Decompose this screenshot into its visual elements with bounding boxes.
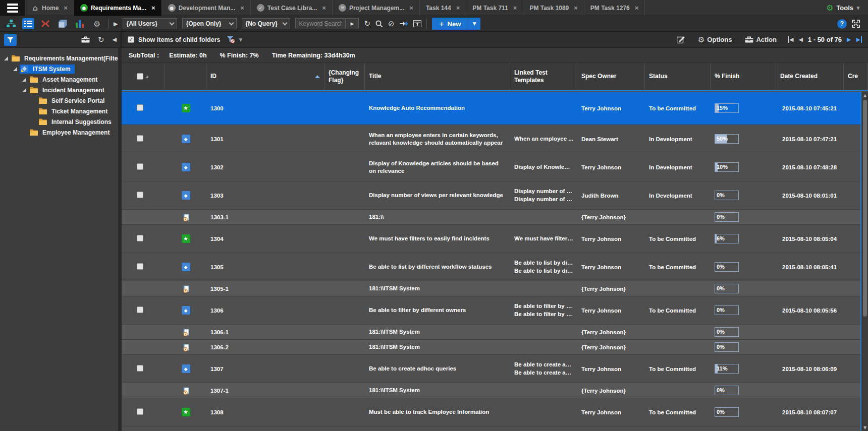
show-children-checkbox[interactable]: ✓ — [128, 36, 134, 43]
tab-test-case-libra[interactable]: ✓ Test Case Libra... × — [251, 0, 333, 16]
hamburger-menu-icon[interactable] — [0, 0, 25, 16]
tree-item-ticket-management[interactable]: Ticket Management — [0, 106, 118, 116]
next-page-button[interactable]: ▶ — [847, 36, 851, 43]
table-row[interactable]: 1303-1 181:\\ {Terry Johnson} 0% — [122, 210, 860, 225]
tab-close-icon[interactable]: × — [240, 4, 244, 12]
row-checkbox[interactable] — [137, 408, 143, 415]
action-button[interactable]: Action — [745, 36, 776, 43]
table-row[interactable]: ◆ 1306 Be able to filter by different ow… — [122, 296, 860, 325]
saved-filter-icon[interactable] — [227, 36, 235, 43]
traceability-view-icon[interactable] — [39, 18, 51, 29]
percent-finish-column-header[interactable]: % Finish — [711, 63, 776, 90]
percent-finish-field[interactable]: 0% — [715, 284, 739, 293]
tab-pm-task-711[interactable]: PM Task 711 × — [466, 0, 523, 16]
tab-requirements-ma[interactable]: ● Requirements Ma... × — [74, 0, 162, 16]
select-all-checkbox[interactable] — [137, 73, 143, 80]
row-checkbox[interactable] — [137, 263, 143, 270]
percent-finish-field[interactable]: 0% — [715, 327, 739, 337]
percent-finish-field[interactable]: 0% — [715, 212, 739, 222]
table-row[interactable]: ◆ 1307 Be able to create adhoc queries B… — [122, 355, 860, 383]
tree-item-internal-suggestions[interactable]: Internal Suggestions — [0, 116, 118, 127]
first-page-button[interactable]: ◀ — [788, 36, 793, 43]
tree-expander-icon[interactable] — [13, 67, 17, 71]
select-all-header[interactable] — [122, 63, 165, 90]
tree-refresh-icon[interactable]: ↻ — [98, 35, 104, 44]
query-filter-dropdown[interactable]: {No Query} — [242, 18, 290, 29]
apply-filter-icon[interactable] — [400, 21, 408, 27]
row-checkbox[interactable] — [137, 163, 143, 170]
tree-item-self-service-portal[interactable]: Self Service Portal — [0, 95, 118, 106]
tree-expander-icon[interactable] — [22, 88, 26, 92]
percent-finish-field[interactable]: 10% — [715, 162, 739, 172]
tree-item-requirements-management-filtered[interactable]: Requirements Management(Filtered) — [0, 53, 118, 64]
tab-development-man[interactable]: ● Development Man... × — [162, 0, 251, 16]
percent-finish-field[interactable]: 50% — [715, 134, 739, 144]
row-checkbox[interactable] — [137, 306, 143, 313]
created-by-column-header[interactable]: Cre — [844, 63, 868, 90]
cancel-filter-icon[interactable]: ⊘ — [388, 19, 395, 28]
new-dropdown-caret-icon[interactable]: ▼ — [468, 18, 480, 30]
table-row[interactable]: ◆ 1305 Be able to list by different work… — [122, 253, 860, 281]
linked-test-templates-column-header[interactable]: Linked Test Templates — [510, 63, 577, 90]
list-view-icon[interactable] — [22, 18, 34, 29]
tab-close-icon[interactable]: × — [151, 4, 155, 12]
percent-finish-field[interactable]: 0% — [715, 342, 739, 352]
view-settings-gear-icon[interactable]: ⚙ — [91, 18, 103, 29]
status-column-header[interactable]: Status — [645, 63, 711, 90]
run-query-icon[interactable]: ▶ — [114, 21, 118, 27]
table-row[interactable]: ◆ 1301 When an employee enters in certai… — [122, 125, 860, 153]
scroll-down-icon[interactable]: ▼ — [862, 424, 867, 431]
options-button[interactable]: ⚙ Options — [698, 35, 732, 44]
keyword-search-input[interactable] — [295, 18, 346, 29]
title-column-header[interactable]: Title — [365, 63, 510, 90]
percent-finish-field[interactable]: 6% — [715, 234, 739, 243]
percent-finish-field[interactable]: 0% — [715, 386, 739, 395]
tab-close-icon[interactable]: × — [322, 4, 326, 12]
collapse-panel-icon[interactable]: ◀ — [113, 36, 117, 43]
id-column-header[interactable]: ID — [206, 63, 324, 90]
table-row[interactable]: 1305-1 181:\\ITSM System {Terry Johnson}… — [122, 281, 860, 296]
row-checkbox[interactable] — [137, 192, 143, 198]
edit-grid-icon[interactable] — [677, 36, 685, 43]
tree-item-employee-management[interactable]: Employee Management — [0, 127, 118, 138]
search-go-icon[interactable]: ▶ — [346, 18, 359, 29]
tab-close-icon[interactable]: × — [513, 4, 517, 12]
tab-close-icon[interactable]: × — [574, 4, 578, 12]
scroll-up-icon[interactable]: ▲ — [862, 92, 867, 99]
type-column-header[interactable] — [165, 63, 206, 90]
table-row[interactable]: ◆ 1303 Display number of views per relev… — [122, 181, 860, 210]
tab-close-icon[interactable]: × — [635, 4, 639, 12]
help-button[interactable]: ? — [837, 19, 847, 29]
zoom-icon[interactable] — [375, 20, 383, 28]
new-button[interactable]: +New ▼ — [432, 18, 481, 30]
tab-home[interactable]: ⌂ Home × — [25, 0, 74, 16]
fullscreen-icon[interactable] — [852, 20, 860, 28]
table-row[interactable]: 1307-1 181:\\ITSM System {Terry Johnson}… — [122, 383, 860, 398]
prev-page-button[interactable]: ◀ — [798, 36, 802, 43]
table-row[interactable]: 1306-1 181:\\ITSM System {Terry Johnson}… — [122, 325, 860, 340]
table-row[interactable]: 1306-2 181:\\ITSM System {Terry Johnson}… — [122, 340, 860, 355]
table-row[interactable]: ★ 1304 We must have filters to easily fi… — [122, 225, 860, 253]
state-filter-dropdown[interactable]: {Open Only} — [182, 18, 237, 29]
user-filter-dropdown[interactable]: {All Users} — [123, 18, 177, 29]
tab-close-icon[interactable]: × — [456, 4, 460, 12]
scrollbar-thumb[interactable] — [863, 100, 867, 317]
tools-menu[interactable]: ⚙ Tools ▼ — [818, 0, 868, 16]
tab-pm-task-1089[interactable]: PM Task 1089 × — [523, 0, 584, 16]
percent-finish-field[interactable]: 0% — [715, 305, 739, 315]
percent-finish-field[interactable]: 0% — [715, 262, 739, 272]
tab-close-icon[interactable]: × — [64, 4, 68, 12]
chart-view-icon[interactable] — [74, 18, 86, 29]
tab-pm-task-1276[interactable]: PM Task 1276 × — [584, 0, 645, 16]
tree-item-asset-management[interactable]: Asset Management — [0, 74, 118, 85]
tab-close-icon[interactable]: × — [409, 4, 413, 12]
table-row[interactable]: ◆ 1302 Display of Knowledge articles sho… — [122, 153, 860, 181]
tree-item-itsm-system[interactable]: ITSM System — [0, 64, 118, 74]
vertical-scrollbar[interactable]: ▲ ▼ — [860, 92, 868, 431]
refresh-icon[interactable]: ↻ — [364, 19, 370, 28]
row-checkbox[interactable] — [137, 365, 143, 372]
date-created-column-header[interactable]: Date Created — [776, 63, 844, 90]
tab-project-managem[interactable]: ≡ Project Managem... × — [333, 0, 420, 16]
last-page-button[interactable]: ▶ — [856, 36, 862, 43]
percent-finish-field[interactable]: 15% — [715, 103, 739, 113]
